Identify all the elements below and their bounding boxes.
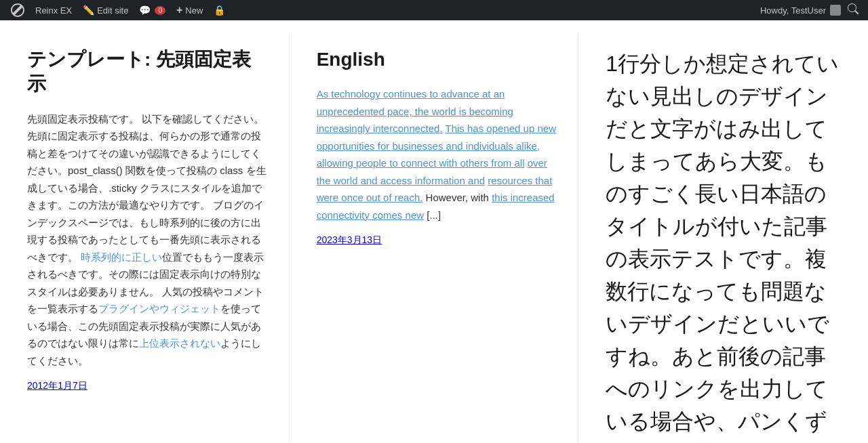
wp-logo[interactable] <box>5 0 30 20</box>
date-link-1[interactable]: 2012年1月7日 <box>27 380 87 391</box>
search-button[interactable] <box>844 3 863 17</box>
howdy-section[interactable]: Howdy, TestUser <box>760 5 841 16</box>
comments-button[interactable]: 💬 0 <box>134 0 171 20</box>
admin-bar: Reinx EX ✏️ Edit site 💬 0 + New 🔒 Howdy,… <box>0 0 868 20</box>
article-body-1: 先頭固定表示投稿です。 以下を確認してください。 先頭に固定表示する投稿は、何ら… <box>27 110 269 370</box>
article-title-1: テンプレート: 先頭固定表示 <box>27 47 269 97</box>
lock-icon: 🔒 <box>214 5 225 16</box>
link-plugin[interactable]: プラグインやウィジェット <box>98 303 220 314</box>
plus-icon: + <box>176 4 182 16</box>
new-button[interactable]: + New <box>171 0 208 20</box>
user-avatar <box>830 5 841 16</box>
link-jikan[interactable]: 時系列的に正しい <box>81 251 162 263</box>
excerpt-link-3[interactable]: allowing people to connect with others f… <box>317 157 525 169</box>
edit-icon: ✏️ <box>83 5 94 16</box>
article-date-1[interactable]: 2012年1月7日 <box>27 380 269 392</box>
article-col-2: English As technology continues to advan… <box>290 34 579 443</box>
article-body-2: As technology continues to advance at an… <box>317 85 558 224</box>
date-link-2[interactable]: 2023年3月13日 <box>317 234 382 245</box>
article-date-2[interactable]: 2023年3月13日 <box>317 234 558 247</box>
admin-bar-right: Howdy, TestUser <box>760 3 863 17</box>
edit-site-button[interactable]: ✏️ Edit site <box>77 0 134 20</box>
article-long-title: 1行分しか想定されていない見出しのデザインだと文字がはみ出してしまってあら大変。… <box>606 47 848 443</box>
link-jyoi[interactable]: 上位表示されない <box>139 337 220 349</box>
article-title-2: English <box>317 47 558 72</box>
article-col-1: テンプレート: 先頭固定表示 先頭固定表示投稿です。 以下を確認してください。 … <box>0 34 290 443</box>
lock-button[interactable]: 🔒 <box>208 0 231 20</box>
comment-icon: 💬 <box>139 5 151 16</box>
page-wrapper: テンプレート: 先頭固定表示 先頭固定表示投稿です。 以下を確認してください。 … <box>0 20 868 443</box>
article-col-3: 1行分しか想定されていない見出しのデザインだと文字がはみ出してしまってあら大変。… <box>578 34 868 443</box>
content-grid: テンプレート: 先頭固定表示 先頭固定表示投稿です。 以下を確認してください。 … <box>0 34 868 443</box>
site-name[interactable]: Reinx EX <box>30 0 77 20</box>
comment-count: 0 <box>155 6 165 15</box>
